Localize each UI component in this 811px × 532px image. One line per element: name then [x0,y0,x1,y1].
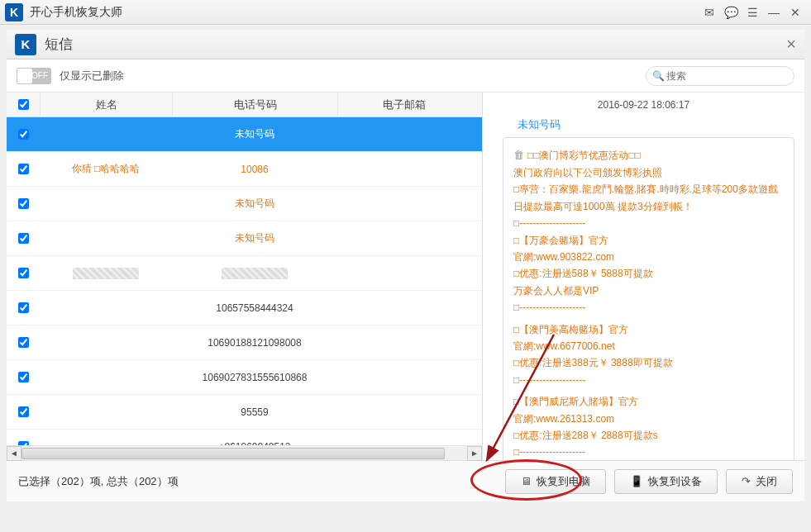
close-icon[interactable]: ✕ [785,3,806,21]
scroll-thumb[interactable] [21,448,445,459]
recover-to-device-label: 恢复到设备 [648,474,702,489]
select-all-checkbox[interactable] [18,99,29,110]
cell-phone: 95559 [172,406,337,418]
cell-phone: 未知号码 [172,231,337,245]
recover-to-device-button[interactable]: 📱 恢复到设备 [614,469,718,494]
table-row[interactable]: 未知号码 [7,221,482,256]
feedback-icon[interactable]: ☰ [742,3,763,21]
panel-close-icon[interactable]: × [786,35,796,54]
cell-phone: 未知号码 [172,127,337,141]
row-checkbox[interactable] [18,164,29,174]
close-label: 关闭 [756,474,777,489]
search-input[interactable] [646,66,794,86]
deleted-only-toggle[interactable]: OFF [17,68,51,84]
close-button[interactable]: ↷ 关闭 [726,469,793,494]
app-title: 开心手机恢复大师 [30,5,699,20]
row-checkbox[interactable] [18,337,29,348]
row-checkbox[interactable] [18,372,29,382]
table-row[interactable]: 未知号码 [7,117,482,152]
search-icon: 🔍 [652,70,665,82]
selection-status: 已选择（202）项, 总共（202）项 [18,474,497,489]
wechat-icon[interactable]: ✉ [699,3,720,21]
row-checkbox[interactable] [18,198,29,209]
message-sender: 未知号码 [518,117,794,132]
table-row[interactable]: 10690188121098008 [7,325,482,360]
cell-phone [172,268,337,279]
row-checkbox[interactable] [18,268,29,278]
message-timestamp: 2016-09-22 18:06:17 [493,99,794,111]
recover-to-pc-button[interactable]: 🖥 恢复到电脑 [505,469,606,494]
table-row[interactable]: 10657558444324 [7,291,482,325]
cell-phone: 10086 [172,164,337,175]
cell-phone: 10690188121098008 [172,337,337,349]
pc-icon: 🖥 [521,475,532,487]
row-checkbox[interactable] [18,233,29,244]
app-logo-icon: K [5,3,23,21]
table-row[interactable]: 95559 [7,395,482,430]
panel-title: 短信 [45,35,786,54]
table-row[interactable] [7,256,482,291]
cell-phone: 10657558444324 [172,302,337,314]
table-header: 姓名 电话号码 电子邮箱 [7,93,482,117]
trash-icon: 🗑 [513,149,524,161]
cell-phone: 未知号码 [172,197,337,211]
col-name[interactable]: 姓名 [40,93,172,116]
cell-name [40,268,172,279]
filter-bar: OFF 仅显示已删除 🔍 [7,59,804,93]
table-row[interactable]: 未知号码 [7,187,482,221]
row-checkbox[interactable] [18,129,29,140]
chat-icon[interactable]: 💬 [720,3,742,21]
panel-header: K 短信 × [7,30,804,59]
col-email[interactable]: 电子邮箱 [337,93,470,116]
msg-block: □【澳門威尼斯人賭場】官方 官網:www.261313.com □优惠:注册送2… [513,393,784,460]
panel-logo-icon: K [15,34,36,55]
row-checkbox[interactable] [18,302,29,313]
msg-block: □【万豪会赌場】官方 官網:www.903822.com □优惠:注册送588￥… [513,232,784,316]
scroll-left-icon[interactable]: ◄ [7,446,21,461]
message-preview-pane: 2016-09-22 18:06:17 未知号码 🗑□□澳门博彩节优惠活动□□ … [483,93,804,460]
horizontal-scrollbar[interactable]: ◄ ► [7,445,482,460]
msg-block: □【澳門美高梅赌场】官方 官網:www.6677006.net □优惠:注册送3… [513,321,784,389]
cell-name: 你猜 □哈哈哈哈 [40,162,172,176]
row-checkbox[interactable] [18,406,29,417]
exit-icon: ↷ [742,475,751,487]
minimize-icon[interactable]: — [763,3,785,21]
table-row[interactable]: 你猜 □哈哈哈哈10086 [7,152,482,187]
device-icon: 📱 [630,475,643,487]
message-list-pane: 姓名 电话号码 电子邮箱 未知号码你猜 □哈哈哈哈10086未知号码未知号码10… [7,93,483,460]
footer-bar: 已选择（202）项, 总共（202）项 🖥 恢复到电脑 📱 恢复到设备 ↷ 关闭 [7,460,804,501]
message-bubble: 🗑□□澳门博彩节优惠活动□□ 澳门政府向以下公司颁发博彩执照 □專营：百家樂.龍… [503,137,794,460]
recover-to-pc-label: 恢复到电脑 [537,474,590,489]
msg-block: □□澳门博彩节优惠活动□□ 澳门政府向以下公司颁发博彩执照 □專营：百家樂.龍虎… [513,150,778,229]
cell-phone: 10690278315556108​68 [172,372,337,383]
titlebar: K 开心手机恢复大师 ✉ 💬 ☰ — ✕ [0,0,811,25]
scroll-right-icon[interactable]: ► [467,446,482,461]
table-body: 未知号码你猜 □哈哈哈哈10086未知号码未知号码106575584443241… [7,117,482,445]
table-row[interactable]: +861069040512 [7,430,482,445]
col-phone[interactable]: 电话号码 [172,93,337,116]
table-row[interactable]: 10690278315556108​68 [7,360,482,395]
deleted-only-label: 仅显示已删除 [60,69,124,83]
